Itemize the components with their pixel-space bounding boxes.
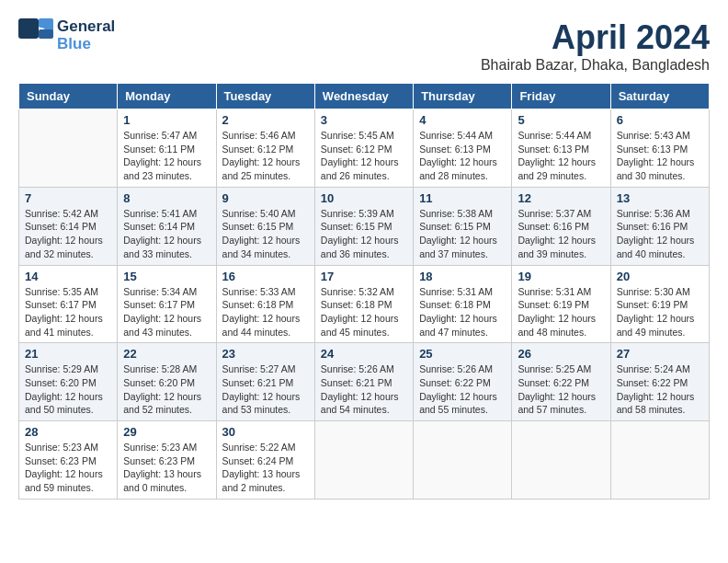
day-info: Sunrise: 5:44 AM Sunset: 6:13 PM Dayligh… bbox=[419, 129, 506, 183]
day-info: Sunrise: 5:31 AM Sunset: 6:18 PM Dayligh… bbox=[419, 285, 506, 339]
calendar-cell: 21Sunrise: 5:29 AM Sunset: 6:20 PM Dayli… bbox=[19, 343, 118, 421]
calendar-cell: 12Sunrise: 5:37 AM Sunset: 6:16 PM Dayli… bbox=[512, 187, 610, 265]
calendar-cell bbox=[19, 109, 118, 188]
day-info: Sunrise: 5:26 AM Sunset: 6:22 PM Dayligh… bbox=[419, 362, 506, 417]
calendar-cell: 2Sunrise: 5:46 AM Sunset: 6:12 PM Daylig… bbox=[216, 109, 314, 188]
location: Bhairab Bazar, Dhaka, Bangladesh bbox=[481, 57, 710, 74]
day-number: 14 bbox=[25, 270, 111, 283]
day-info: Sunrise: 5:34 AM Sunset: 6:17 PM Dayligh… bbox=[123, 285, 210, 339]
day-number: 7 bbox=[25, 191, 111, 205]
day-number: 22 bbox=[123, 347, 210, 361]
day-number: 12 bbox=[518, 191, 604, 205]
day-info: Sunrise: 5:27 AM Sunset: 6:21 PM Dayligh… bbox=[222, 362, 309, 417]
day-info: Sunrise: 5:30 AM Sunset: 6:19 PM Dayligh… bbox=[617, 285, 703, 339]
day-number: 10 bbox=[321, 191, 407, 205]
calendar-table: SundayMondayTuesdayWednesdayThursdayFrid… bbox=[18, 83, 710, 500]
day-info: Sunrise: 5:39 AM Sunset: 6:15 PM Dayligh… bbox=[321, 207, 407, 261]
month-title: April 2024 bbox=[481, 18, 710, 57]
day-info: Sunrise: 5:37 AM Sunset: 6:16 PM Dayligh… bbox=[518, 207, 604, 261]
day-info: Sunrise: 5:23 AM Sunset: 6:23 PM Dayligh… bbox=[123, 441, 210, 495]
calendar-cell: 9Sunrise: 5:40 AM Sunset: 6:15 PM Daylig… bbox=[216, 187, 314, 265]
logo: General Blue bbox=[18, 18, 115, 53]
calendar-cell: 6Sunrise: 5:43 AM Sunset: 6:13 PM Daylig… bbox=[610, 109, 709, 188]
day-info: Sunrise: 5:23 AM Sunset: 6:23 PM Dayligh… bbox=[25, 441, 111, 495]
day-info: Sunrise: 5:25 AM Sunset: 6:22 PM Dayligh… bbox=[518, 362, 604, 417]
calendar-cell bbox=[610, 421, 709, 500]
calendar-cell: 16Sunrise: 5:33 AM Sunset: 6:18 PM Dayli… bbox=[216, 265, 314, 343]
day-info: Sunrise: 5:28 AM Sunset: 6:20 PM Dayligh… bbox=[123, 362, 210, 417]
calendar-week-row: 7Sunrise: 5:42 AM Sunset: 6:14 PM Daylig… bbox=[19, 187, 710, 265]
col-header-saturday: Saturday bbox=[610, 84, 709, 109]
col-header-tuesday: Tuesday bbox=[216, 84, 314, 109]
svg-rect-3 bbox=[39, 29, 53, 39]
calendar-cell: 30Sunrise: 5:22 AM Sunset: 6:24 PM Dayli… bbox=[216, 421, 314, 500]
calendar-cell: 18Sunrise: 5:31 AM Sunset: 6:18 PM Dayli… bbox=[414, 265, 512, 343]
day-number: 15 bbox=[123, 270, 210, 283]
day-info: Sunrise: 5:32 AM Sunset: 6:18 PM Dayligh… bbox=[321, 285, 407, 339]
day-number: 16 bbox=[222, 270, 309, 283]
day-number: 9 bbox=[222, 191, 309, 205]
logo-general: General bbox=[57, 18, 115, 36]
day-info: Sunrise: 5:26 AM Sunset: 6:21 PM Dayligh… bbox=[321, 362, 407, 417]
day-info: Sunrise: 5:35 AM Sunset: 6:17 PM Dayligh… bbox=[25, 285, 111, 339]
day-info: Sunrise: 5:29 AM Sunset: 6:20 PM Dayligh… bbox=[25, 362, 111, 417]
col-header-thursday: Thursday bbox=[414, 84, 512, 109]
title-block: April 2024 Bhairab Bazar, Dhaka, Banglad… bbox=[481, 18, 710, 74]
calendar-week-row: 21Sunrise: 5:29 AM Sunset: 6:20 PM Dayli… bbox=[19, 343, 710, 421]
calendar-cell: 24Sunrise: 5:26 AM Sunset: 6:21 PM Dayli… bbox=[314, 343, 413, 421]
day-info: Sunrise: 5:22 AM Sunset: 6:24 PM Dayligh… bbox=[222, 441, 309, 495]
calendar-cell: 8Sunrise: 5:41 AM Sunset: 6:14 PM Daylig… bbox=[118, 187, 216, 265]
calendar-cell: 4Sunrise: 5:44 AM Sunset: 6:13 PM Daylig… bbox=[414, 109, 512, 188]
calendar-week-row: 14Sunrise: 5:35 AM Sunset: 6:17 PM Dayli… bbox=[19, 265, 710, 343]
col-header-monday: Monday bbox=[118, 84, 216, 109]
day-number: 17 bbox=[321, 270, 407, 283]
day-number: 26 bbox=[518, 347, 604, 361]
day-info: Sunrise: 5:31 AM Sunset: 6:19 PM Dayligh… bbox=[518, 285, 604, 339]
day-number: 27 bbox=[617, 347, 703, 361]
day-info: Sunrise: 5:41 AM Sunset: 6:14 PM Dayligh… bbox=[123, 207, 210, 261]
calendar-cell: 29Sunrise: 5:23 AM Sunset: 6:23 PM Dayli… bbox=[118, 421, 216, 500]
calendar-cell: 26Sunrise: 5:25 AM Sunset: 6:22 PM Dayli… bbox=[512, 343, 610, 421]
logo-blue: Blue bbox=[57, 36, 115, 53]
calendar-week-row: 1Sunrise: 5:47 AM Sunset: 6:11 PM Daylig… bbox=[19, 109, 710, 188]
calendar-cell: 11Sunrise: 5:38 AM Sunset: 6:15 PM Dayli… bbox=[414, 187, 512, 265]
col-header-sunday: Sunday bbox=[19, 84, 118, 109]
day-info: Sunrise: 5:36 AM Sunset: 6:16 PM Dayligh… bbox=[617, 207, 703, 261]
day-info: Sunrise: 5:45 AM Sunset: 6:12 PM Dayligh… bbox=[321, 129, 407, 183]
calendar-cell: 10Sunrise: 5:39 AM Sunset: 6:15 PM Dayli… bbox=[314, 187, 413, 265]
day-number: 19 bbox=[518, 270, 604, 283]
calendar-cell: 17Sunrise: 5:32 AM Sunset: 6:18 PM Dayli… bbox=[314, 265, 413, 343]
day-info: Sunrise: 5:47 AM Sunset: 6:11 PM Dayligh… bbox=[123, 129, 210, 183]
day-number: 28 bbox=[25, 425, 111, 439]
calendar-cell: 3Sunrise: 5:45 AM Sunset: 6:12 PM Daylig… bbox=[314, 109, 413, 188]
calendar-cell: 13Sunrise: 5:36 AM Sunset: 6:16 PM Dayli… bbox=[610, 187, 709, 265]
calendar-week-row: 28Sunrise: 5:23 AM Sunset: 6:23 PM Dayli… bbox=[19, 421, 710, 500]
day-number: 8 bbox=[123, 191, 210, 205]
day-number: 29 bbox=[123, 425, 210, 439]
calendar-cell bbox=[512, 421, 610, 500]
calendar-cell: 28Sunrise: 5:23 AM Sunset: 6:23 PM Dayli… bbox=[19, 421, 118, 500]
day-number: 3 bbox=[321, 113, 407, 127]
page-header: General Blue April 2024 Bhairab Bazar, D… bbox=[18, 18, 710, 74]
day-number: 11 bbox=[419, 191, 506, 205]
col-header-wednesday: Wednesday bbox=[314, 84, 413, 109]
calendar-cell: 22Sunrise: 5:28 AM Sunset: 6:20 PM Dayli… bbox=[118, 343, 216, 421]
day-number: 1 bbox=[123, 113, 210, 127]
calendar-cell: 27Sunrise: 5:24 AM Sunset: 6:22 PM Dayli… bbox=[610, 343, 709, 421]
day-info: Sunrise: 5:24 AM Sunset: 6:22 PM Dayligh… bbox=[617, 362, 703, 417]
day-number: 30 bbox=[222, 425, 309, 439]
calendar-cell: 23Sunrise: 5:27 AM Sunset: 6:21 PM Dayli… bbox=[216, 343, 314, 421]
day-number: 2 bbox=[222, 113, 309, 127]
day-number: 24 bbox=[321, 347, 407, 361]
day-number: 21 bbox=[25, 347, 111, 361]
calendar-cell: 7Sunrise: 5:42 AM Sunset: 6:14 PM Daylig… bbox=[19, 187, 118, 265]
day-info: Sunrise: 5:40 AM Sunset: 6:15 PM Dayligh… bbox=[222, 207, 309, 261]
day-info: Sunrise: 5:44 AM Sunset: 6:13 PM Dayligh… bbox=[518, 129, 604, 183]
calendar-cell: 25Sunrise: 5:26 AM Sunset: 6:22 PM Dayli… bbox=[414, 343, 512, 421]
calendar-cell: 1Sunrise: 5:47 AM Sunset: 6:11 PM Daylig… bbox=[118, 109, 216, 188]
calendar-cell: 5Sunrise: 5:44 AM Sunset: 6:13 PM Daylig… bbox=[512, 109, 610, 188]
day-number: 23 bbox=[222, 347, 309, 361]
svg-rect-0 bbox=[18, 18, 39, 39]
day-info: Sunrise: 5:46 AM Sunset: 6:12 PM Dayligh… bbox=[222, 129, 309, 183]
calendar-cell: 15Sunrise: 5:34 AM Sunset: 6:17 PM Dayli… bbox=[118, 265, 216, 343]
